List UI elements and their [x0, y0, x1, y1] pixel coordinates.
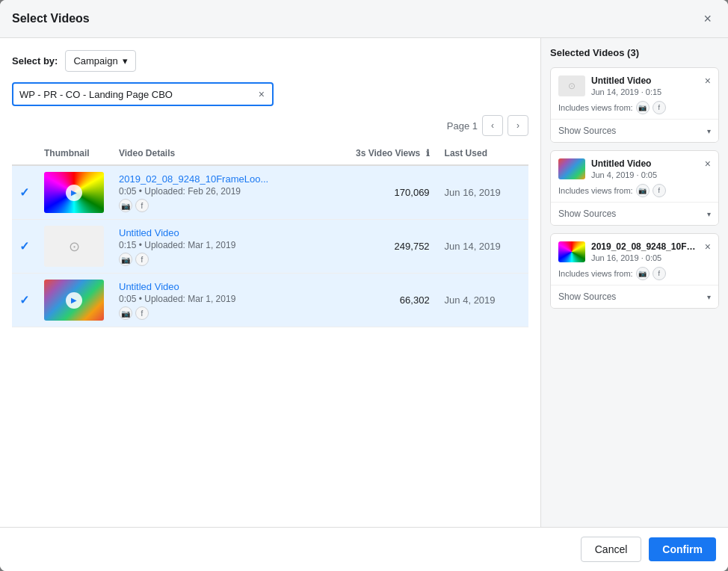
last-used-cell: Jun 4, 2019 — [437, 274, 528, 327]
show-sources-button[interactable]: Show Sources ▾ — [551, 202, 718, 225]
show-sources-label: Show Sources — [558, 209, 616, 219]
facebook-icon: f — [653, 267, 666, 280]
row-checkbox-cell[interactable]: ✓ — [12, 165, 37, 220]
selected-video-card: 2019_02_08_9248_10FrameLoo... Jun 16, 20… — [550, 233, 719, 309]
platform-icons: 📷 f — [119, 306, 315, 320]
search-input[interactable] — [19, 89, 257, 100]
search-input-wrapper: × — [12, 82, 274, 106]
show-sources-button[interactable]: Show Sources ▾ — [551, 119, 718, 142]
campaign-dropdown[interactable]: Campaign ▾ — [65, 50, 135, 72]
includes-label: Includes views from: — [558, 269, 633, 278]
video-details-cell: 2019_02_08_9248_10FrameLoo... 0:05 • Upl… — [111, 165, 323, 220]
modal-close-button[interactable]: × — [699, 10, 716, 27]
videos-table: Thumbnail Video Details 3s Video Views ℹ… — [12, 142, 528, 327]
views-cell: 170,069 — [323, 165, 437, 220]
select-videos-modal: Select Videos × Select by: Campaign ▾ — [0, 0, 728, 571]
facebook-icon: f — [653, 184, 666, 197]
play-icon: ▶ — [66, 292, 82, 309]
col-checkbox — [12, 142, 37, 165]
modal-title: Select Videos — [12, 12, 90, 25]
selected-remove-button[interactable]: × — [705, 158, 711, 169]
table-row: ✓ ▶ Untitled Video 0:05 • Uploaded: Mar … — [12, 274, 528, 327]
prev-page-button[interactable]: ‹ — [482, 115, 503, 136]
modal-overlay: Select Videos × Select by: Campaign ▾ — [0, 0, 728, 571]
includes-label: Includes views from: — [558, 186, 633, 195]
selected-video-header: ⊙ Untitled Video Jun 14, 2019 · 0:15 × — [551, 68, 718, 101]
select-by-row: Select by: Campaign ▾ — [12, 50, 528, 72]
thumbnail-cell: ▶ — [37, 274, 111, 327]
confirm-button[interactable]: Confirm — [649, 537, 716, 561]
video-thumbnail: ▶ — [44, 280, 104, 321]
selected-video-title: Untitled Video — [591, 158, 699, 169]
video-thumbnail: ▶ — [44, 172, 104, 213]
views-cell: 249,752 — [323, 220, 437, 274]
video-title-link[interactable]: Untitled Video — [119, 227, 179, 238]
selected-remove-button[interactable]: × — [705, 75, 711, 86]
table-row: ✓ ⊙ Untitled Video 0:15 • Uploaded: Mar … — [12, 220, 528, 274]
platform-icons: 📷 f — [119, 199, 315, 212]
selected-video-info: Untitled Video Jun 4, 2019 · 0:05 — [591, 158, 699, 179]
video-title-link[interactable]: Untitled Video — [119, 281, 179, 292]
checkmark-icon: ✓ — [19, 294, 29, 306]
next-page-button[interactable]: › — [508, 115, 528, 136]
selected-video-card: Untitled Video Jun 4, 2019 · 0:05 × Incl… — [550, 150, 719, 226]
show-sources-button[interactable]: Show Sources ▾ — [551, 285, 718, 308]
modal-header: Select Videos × — [0, 0, 728, 38]
last-used-cell: Jun 16, 2019 — [437, 165, 528, 220]
checkmark-icon: ✓ — [19, 240, 29, 253]
instagram-icon: 📷 — [119, 199, 132, 212]
instagram-icon: 📷 — [636, 101, 650, 114]
facebook-icon: f — [135, 199, 149, 212]
modal-body: Select by: Campaign ▾ × Page 1 — [0, 38, 728, 527]
selected-video-includes: Includes views from: 📷 f — [558, 267, 711, 280]
video-sub: 0:15 • Uploaded: Mar 1, 2019 — [119, 240, 315, 250]
last-used-cell: Jun 14, 2019 — [437, 220, 528, 274]
selected-video-card: ⊙ Untitled Video Jun 14, 2019 · 0:15 × I… — [550, 67, 719, 143]
instagram-icon: 📷 — [119, 306, 132, 320]
checkmark-icon: ✓ — [19, 186, 29, 199]
table-row: ✓ ▶ 2019_02_08_9248_10FrameLoo... 0:05 •… — [12, 165, 528, 220]
thumbnail-cell: ▶ — [37, 165, 111, 220]
col-3s-views: 3s Video Views ℹ — [323, 142, 437, 165]
facebook-icon: f — [135, 306, 149, 320]
instagram-icon: 📷 — [636, 267, 650, 280]
selected-remove-button[interactable]: × — [705, 241, 711, 252]
selected-video-thumbnail — [558, 241, 585, 262]
selected-video-date: Jun 4, 2019 · 0:05 — [591, 170, 699, 179]
platform-icons: 📷 f — [119, 253, 315, 266]
selected-video-info: 2019_02_08_9248_10FrameLoo... Jun 16, 20… — [591, 241, 699, 262]
selected-video-info: Untitled Video Jun 14, 2019 · 0:15 — [591, 75, 699, 96]
col-last-used: Last Used — [437, 142, 528, 165]
selected-video-includes: Includes views from: 📷 f — [558, 184, 711, 197]
show-sources-label: Show Sources — [558, 291, 616, 302]
facebook-icon: f — [135, 253, 149, 266]
video-sub: 0:05 • Uploaded: Mar 1, 2019 — [119, 294, 315, 304]
page-label: Page 1 — [447, 120, 478, 132]
campaign-dropdown-label: Campaign — [73, 55, 117, 67]
selected-videos-title: Selected Videos (3) — [550, 47, 719, 58]
selected-video-thumbnail — [558, 158, 585, 179]
selected-video-date: Jun 14, 2019 · 0:15 — [591, 87, 699, 96]
instagram-icon: 📷 — [636, 184, 650, 197]
video-thumbnail: ⊙ — [44, 226, 104, 267]
selected-video-header: 2019_02_08_9248_10FrameLoo... Jun 16, 20… — [551, 234, 718, 267]
video-sub: 0:05 • Uploaded: Feb 26, 2019 — [119, 186, 315, 197]
facebook-icon: f — [653, 101, 666, 114]
right-panel: Selected Videos (3) ⊙ Untitled Video Jun… — [541, 38, 728, 527]
selected-video-title: Untitled Video — [591, 75, 699, 86]
modal-footer: Cancel Confirm — [0, 527, 728, 571]
row-checkbox-cell[interactable]: ✓ — [12, 220, 37, 274]
selected-video-thumbnail: ⊙ — [558, 75, 585, 96]
selected-video-title: 2019_02_08_9248_10FrameLoo... — [591, 241, 699, 252]
chevron-down-icon: ▾ — [707, 210, 711, 218]
show-sources-label: Show Sources — [558, 126, 616, 136]
row-checkbox-cell[interactable]: ✓ — [12, 274, 37, 327]
instagram-icon: 📷 — [119, 253, 132, 266]
pagination-row: Page 1 ‹ › — [12, 115, 528, 136]
selected-video-header: Untitled Video Jun 4, 2019 · 0:05 × — [551, 151, 718, 184]
search-clear-button[interactable]: × — [257, 88, 266, 100]
video-title-link[interactable]: 2019_02_08_9248_10FrameLoo... — [119, 173, 268, 185]
info-icon[interactable]: ℹ — [426, 148, 430, 158]
select-by-label: Select by: — [12, 55, 58, 67]
cancel-button[interactable]: Cancel — [581, 537, 642, 562]
